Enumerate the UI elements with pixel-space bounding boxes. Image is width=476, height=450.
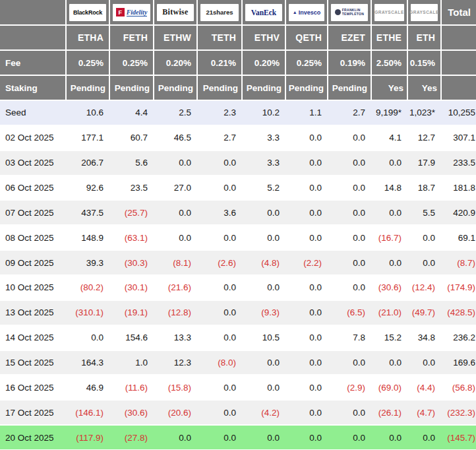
ticker-ethw: ETHW: [154, 25, 197, 50]
flow-value-cell: 17.9: [407, 150, 441, 176]
flow-value-cell: (4.4): [407, 375, 441, 400]
staking-eth: Yes: [407, 75, 441, 100]
flow-value-cell: (30.6): [109, 400, 154, 425]
21shares-logo-text: 21shares: [206, 9, 233, 16]
staking-total-cell: [441, 75, 476, 100]
flow-value-cell: (21.0): [371, 300, 407, 325]
flow-value-cell: 0.0: [407, 350, 441, 375]
fidelity-logo: F Fidelity: [113, 4, 150, 21]
flow-value-cell: (117.9): [66, 425, 109, 450]
flow-value-cell: 0.0: [285, 300, 328, 325]
flow-value-cell: (11.6): [109, 375, 154, 400]
fee-ethw: 0.20%: [154, 50, 197, 75]
fee-row: Fee 0.25% 0.25% 0.20% 0.21% 0.20% 0.25% …: [0, 50, 476, 75]
eth-etf-flows-table: BlackRock F Fidelity Bitwise 21shares: [0, 0, 476, 450]
total-value-cell: 420.9: [441, 200, 476, 225]
ticker-row: ETHA FETH ETHW TETH ETHV QETH EZET ETHE …: [0, 25, 476, 50]
flow-value-cell: 27.0: [154, 176, 197, 201]
flow-value-cell: 4.1: [371, 125, 407, 150]
table-row: 20 Oct 2025(117.9)(27.8)0.00.00.00.00.00…: [0, 425, 476, 450]
corner-cell: [0, 0, 66, 25]
flow-value-cell: 10.6: [66, 100, 109, 125]
flow-value-cell: (15.8): [154, 375, 197, 400]
ticker-ethv: ETHV: [242, 25, 285, 50]
franklin-templeton-logo: FRANKLIN TEMPLETON: [331, 4, 368, 21]
flow-value-cell: 46.5: [154, 125, 197, 150]
flow-value-cell: 34.8: [407, 325, 441, 350]
ticker-total-cell: [441, 25, 476, 50]
flow-value-cell: 0.0: [328, 176, 371, 201]
flow-value-cell: 0.0: [328, 150, 371, 176]
total-value-cell: 169.6: [441, 350, 476, 375]
row-label: 20 Oct 2025: [0, 425, 66, 450]
flow-value-cell: 0.0: [328, 425, 371, 450]
flow-value-cell: (30.1): [109, 275, 154, 300]
fidelity-f-icon: F: [116, 8, 125, 16]
flow-value-cell: 46.9: [66, 375, 109, 400]
flow-value-cell: 0.0: [197, 400, 242, 425]
flow-value-cell: 0.0: [407, 250, 441, 275]
flow-value-cell: 0.0: [285, 400, 328, 425]
flow-value-cell: 2.5: [154, 100, 197, 125]
fee-feth: 0.25%: [109, 50, 154, 75]
ticker-ezet: EZET: [328, 25, 371, 50]
flow-value-cell: (6.5): [328, 300, 371, 325]
flow-value-cell: (25.7): [109, 200, 154, 225]
table-row: Seed10.64.42.52.310.21.12.79,199*1,023*1…: [0, 100, 476, 125]
fee-total-cell: [441, 50, 476, 75]
row-label: 14 Oct 2025: [0, 325, 66, 350]
table-row: 16 Oct 202546.9(11.6)(15.8)0.00.00.0(2.9…: [0, 375, 476, 400]
table-row: 09 Oct 202539.3(30.3)(8.1)(2.6)(4.8)(2.2…: [0, 250, 476, 275]
flow-value-cell: 0.0: [285, 425, 328, 450]
flow-value-cell: 10.5: [242, 325, 285, 350]
flow-value-cell: 2.7: [328, 100, 371, 125]
flow-rows: Seed10.64.42.52.310.21.12.79,199*1,023*1…: [0, 100, 476, 450]
ticker-teth: TETH: [197, 25, 242, 50]
row-label: 17 Oct 2025: [0, 400, 66, 425]
row-label: 16 Oct 2025: [0, 375, 66, 400]
flow-value-cell: (8.1): [154, 250, 197, 275]
flow-value-cell: 0.0: [197, 300, 242, 325]
table-row: 08 Oct 2025148.9(63.1)0.00.00.00.00.0(16…: [0, 225, 476, 250]
flow-value-cell: 1.1: [285, 100, 328, 125]
flow-value-cell: (80.2): [66, 275, 109, 300]
flow-value-cell: 0.0: [197, 375, 242, 400]
staking-ezet: Pending: [328, 75, 371, 100]
total-value-cell: (428.5): [441, 300, 476, 325]
flow-value-cell: 0.0: [285, 275, 328, 300]
flow-value-cell: 13.3: [154, 325, 197, 350]
flow-value-cell: 0.0: [371, 200, 407, 225]
flow-value-cell: 177.1: [66, 125, 109, 150]
table-row: 06 Oct 202592.623.527.00.05.20.00.014.81…: [0, 176, 476, 201]
row-label: 10 Oct 2025: [0, 275, 66, 300]
staking-feth: Pending: [109, 75, 154, 100]
fee-qeth: 0.25%: [285, 50, 328, 75]
table-row: 15 Oct 2025164.31.012.3(8.0)0.00.00.00.0…: [0, 350, 476, 375]
flow-value-cell: (310.1): [66, 300, 109, 325]
flow-value-cell: (20.6): [154, 400, 197, 425]
flow-value-cell: (30.3): [109, 250, 154, 275]
flow-value-cell: 0.0: [242, 350, 285, 375]
blackrock-logo: BlackRock: [69, 4, 106, 21]
ticker-feth: FETH: [109, 25, 154, 50]
ticker-etha: ETHA: [66, 25, 109, 50]
total-value-cell: (56.8): [441, 375, 476, 400]
flow-value-cell: 0.0: [197, 325, 242, 350]
bitwise-logo: Bitwise: [157, 4, 194, 21]
franklin-logo-line2: TEMPLETON: [342, 13, 364, 16]
flow-value-cell: (12.8): [154, 300, 197, 325]
flow-value-cell: 0.0: [66, 325, 109, 350]
fee-row-label: Fee: [0, 50, 66, 75]
total-value-cell: (232.3): [441, 400, 476, 425]
table-row: 02 Oct 2025177.160.746.52.73.30.00.04.11…: [0, 125, 476, 150]
flow-value-cell: 164.3: [66, 350, 109, 375]
flow-value-cell: 0.0: [154, 225, 197, 250]
flow-value-cell: 3.6: [197, 200, 242, 225]
blackrock-logo-text: BlackRock: [73, 9, 102, 16]
flow-value-cell: 5.6: [109, 150, 154, 176]
flow-value-cell: 92.6: [66, 176, 109, 201]
staking-ethe: Yes: [371, 75, 407, 100]
table-row: 17 Oct 2025(146.1)(30.6)(20.6)0.0(4.2)0.…: [0, 400, 476, 425]
flow-value-cell: (8.0): [197, 350, 242, 375]
total-value-cell: (8.7): [441, 250, 476, 275]
